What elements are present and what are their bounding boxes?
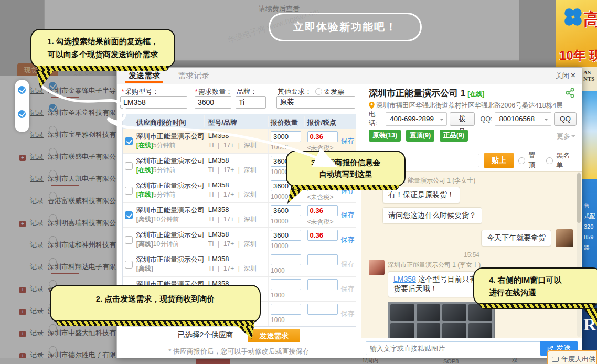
row-time-ago: 5分钟前 (153, 166, 176, 174)
chat-sender-label: 深圳市正能量演示公司 1 (李女士) (382, 176, 574, 185)
other-input[interactable] (276, 96, 355, 109)
row-brand-meta: TI ｜ 17+ ｜ 深圳 (208, 190, 267, 199)
try-new-feature-button[interactable]: 立即体验新功能吧！ (269, 13, 422, 41)
tab-request-history[interactable]: 需求记录 (175, 68, 212, 83)
row-checkbox[interactable] (125, 162, 133, 170)
save-link[interactable]: 保存 (341, 235, 355, 244)
row-qty-input[interactable] (271, 230, 301, 241)
blacklist-checkbox (546, 157, 553, 164)
supplier-checkbox-checked[interactable] (18, 110, 26, 118)
invoice-checkbox-label[interactable]: 要发票 (315, 87, 344, 97)
bottom-right-popup[interactable]: 年度大出供 (547, 350, 597, 364)
callout-step1: 1. 勾选搜索结果前面的复选框，可以向多个现货商发送询价需求 (30, 29, 175, 68)
row-status: [在线] (136, 142, 153, 149)
row-supplier-name: 深圳市正能量演示公司6 (136, 255, 204, 264)
blacklist-checkbox-label[interactable]: 黑名单 (546, 151, 577, 170)
row-status: [在线] (136, 166, 153, 174)
qq-button[interactable]: QQ (554, 112, 577, 126)
row-price-input[interactable] (307, 205, 338, 216)
row-qty-hint: 1000 (271, 292, 304, 299)
chat-timestamp: 15:54 (369, 251, 574, 259)
contact-row: 电话: 400-699-2899 拨号 QQ: 800106568 QQ (369, 112, 577, 126)
chat-bubble: 今天下午就要拿货 (481, 230, 551, 247)
row-status: [离线] (136, 265, 153, 272)
row-brand-meta: TI ｜ 17+ ｜ 深圳 (208, 215, 267, 224)
qq-label: QQ: (481, 115, 493, 123)
row-supplier-name: 深圳市正能量演示公司2 (136, 156, 204, 166)
brand-input[interactable] (236, 96, 266, 109)
row-checkbox[interactable] (125, 187, 133, 195)
row-qty-input[interactable] (271, 254, 301, 265)
row-supplier-name: 深圳市正能量演示公司1 (136, 132, 204, 141)
row-checkbox[interactable] (125, 211, 133, 219)
row-status: [离线] (136, 240, 153, 248)
row-model: LM358 (208, 181, 267, 189)
row-time-ago: 5分钟前 (153, 191, 176, 198)
header-qty: 报价数量 (268, 116, 305, 127)
pin-checkbox (518, 157, 525, 164)
part-number-link[interactable]: LM358 (393, 275, 416, 283)
table-header: 供应商/报价时间 型号/品牌 报价数量 报价/税点 (123, 114, 356, 129)
save-link[interactable]: 保存 (341, 309, 355, 318)
row-model: LM358 (208, 206, 267, 213)
tag-genuine[interactable]: 正品(9) (440, 130, 468, 142)
scrollbar-thumb[interactable] (577, 173, 581, 223)
footer-note: * 供应商报价后，您可以手动修改后或直接保存 (117, 347, 361, 356)
row-supplier-name: 深圳市正能量演示公司3 (136, 181, 204, 190)
pin-checkbox-label[interactable]: 置顶 (518, 151, 542, 170)
ad-block (582, 91, 597, 179)
row-price-input[interactable] (307, 230, 338, 241)
row-brand-meta: TI ｜ 17+ ｜ 深圳 (208, 166, 267, 175)
row-status: [离线] (136, 216, 153, 223)
qty-input[interactable] (195, 96, 231, 109)
model-label: *采购型号： (121, 87, 159, 97)
phone-select[interactable]: 400-699-2899 (386, 112, 447, 126)
close-button[interactable]: 关闭× (556, 71, 575, 81)
save-link[interactable]: 保存 (341, 136, 355, 146)
row-price-input[interactable] (307, 279, 338, 290)
header-price: 报价/税点 (304, 116, 339, 127)
chevron-down-icon (544, 119, 548, 123)
tag-original[interactable]: 原装(13) (369, 130, 401, 142)
save-link[interactable]: 保存 (341, 210, 355, 220)
share-icon[interactable] (565, 88, 575, 98)
model-input[interactable] (120, 96, 187, 109)
row-checkbox[interactable] (125, 261, 133, 269)
row-qty-input[interactable] (271, 131, 301, 142)
send-request-button[interactable]: 发送需求 (248, 329, 300, 342)
other-label: 其他要求： (278, 87, 312, 97)
top-right-ad-banner[interactable]: 高 10年 现 (556, 0, 597, 67)
row-qty-input[interactable] (271, 279, 301, 290)
chevron-down-icon (571, 135, 575, 140)
supplier-checkbox-checked[interactable] (18, 86, 26, 94)
row-price-input[interactable] (307, 304, 338, 315)
row-status: [在线] (136, 191, 153, 198)
row-price-input[interactable] (307, 254, 338, 265)
row-checkbox[interactable] (125, 137, 133, 145)
table-row: 深圳市正能量演示公司5 [离线]10分钟前 LM358 TI ｜ 17+ ｜ 深… (123, 228, 356, 252)
save-link[interactable]: 保存 (341, 284, 355, 294)
row-checkbox[interactable] (125, 236, 133, 244)
row-brand-meta: TI ｜ 17+ ｜ 深圳 (208, 141, 267, 150)
qq-select[interactable]: 800106568 (495, 112, 551, 126)
row-qty-hint: 1000 (271, 316, 304, 324)
tag-pinned[interactable]: 置顶(9) (406, 130, 434, 142)
modal-header: 发送需求 需求记录 关闭× (117, 68, 582, 84)
row-qty-input[interactable] (271, 205, 301, 216)
row-model: LM358 (208, 255, 267, 263)
chat-history: 深圳市正能量演示公司 1 (李女士) 有！保证是原装货！ 请问您这边什么时候要货… (361, 171, 582, 338)
row-qty-hint: 1000 (271, 267, 304, 274)
more-toggle[interactable]: 更多 (557, 132, 575, 141)
dial-button[interactable]: 拨号 (450, 112, 475, 126)
table-row: 深圳市正能量演示公司1 [在线]5分钟前 LM358 TI ｜ 17+ ｜ 深圳… (123, 129, 356, 154)
row-price-input[interactable] (307, 131, 338, 142)
row-tax-hint: <未含税> (307, 193, 338, 202)
invoice-checkbox[interactable] (315, 88, 322, 95)
message-input[interactable] (366, 341, 547, 355)
header-model: 型号/品牌 (204, 115, 268, 127)
save-link[interactable]: 保存 (341, 260, 355, 269)
row-qty-input[interactable] (271, 304, 301, 315)
table-row: 深圳市正能量演示公司4 [离线]10分钟前 LM358 TI ｜ 17+ ｜ 深… (123, 203, 356, 228)
paste-tag-button[interactable]: 贴上 (484, 153, 514, 168)
header-supplier: 供应商/报价时间 (135, 115, 204, 127)
